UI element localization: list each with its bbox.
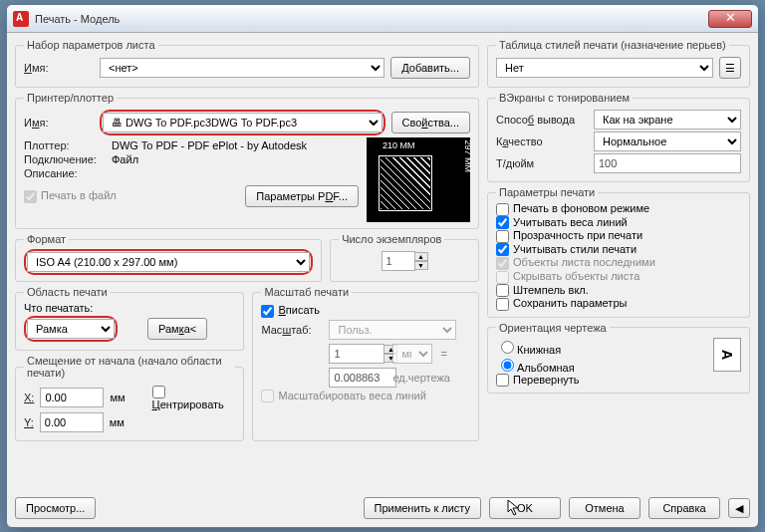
paper-format-group: Формат ISO A4 (210.00 x 297.00 мм) xyxy=(15,233,322,282)
scale-den-input xyxy=(329,368,396,388)
expand-options-button[interactable]: ◀ xyxy=(728,498,750,518)
plotter-value: DWG To PDF - PDF ePlot - by Autodesk xyxy=(112,139,307,151)
printer-name-label: Имя: xyxy=(24,117,94,129)
plotter-label: Плоттер: xyxy=(24,139,106,151)
dpi-label: Т/дюйм xyxy=(496,157,588,169)
opt-hideobjects-checkbox: Скрывать объекты листа xyxy=(496,270,639,282)
apply-to-layout-button[interactable]: Применить к листу xyxy=(364,497,482,519)
orientation-legend: Ориентация чертежа xyxy=(496,322,610,334)
orient-landscape-radio[interactable]: Альбомная xyxy=(496,362,575,374)
opt-paperlast-checkbox: Объекты листа последними xyxy=(496,256,655,268)
plot-styles-legend: Таблица стилей печати (назначение перьев… xyxy=(496,39,729,51)
frame-pick-button[interactable]: Рамка< xyxy=(147,318,207,340)
plot-area-group: Область печати Что печатать: Рамка Рамка… xyxy=(15,286,244,351)
connection-label: Подключение: xyxy=(24,153,106,165)
viewports-group: ВЭкраны с тонированием Способ выводаКак … xyxy=(487,92,750,182)
page-setup-name-label: ИИмя:мя: xyxy=(24,62,94,74)
plot-styles-group: Таблица стилей печати (назначение перьев… xyxy=(487,39,750,88)
paper-format-select[interactable]: ISO A4 (210.00 x 297.00 мм) xyxy=(27,252,310,272)
plot-style-select[interactable]: Нет xyxy=(496,58,713,78)
printer-group: Принтер/плоттер Имя: 🖶 DWG To PDF.pc3DWG… xyxy=(15,92,479,229)
opt-transparency-checkbox[interactable]: Прозрачность при печати xyxy=(496,229,642,241)
app-icon xyxy=(13,11,29,27)
description-label: Описание: xyxy=(24,167,106,179)
center-checkbox[interactable]: Центрировать xyxy=(152,385,236,410)
plot-options-group: Параметры печати Печать в фоновом режиме… xyxy=(487,186,750,318)
viewports-legend: ВЭкраны с тонированием xyxy=(496,92,633,104)
page-setup-legend: Набор параметров листа xyxy=(24,39,158,51)
help-button[interactable]: Справка xyxy=(648,497,720,519)
scale-group: Масштаб печати Вписать Масштаб: Польз. ▲… xyxy=(252,286,479,441)
pdf-params-button[interactable]: Параметры PDF... xyxy=(245,185,359,207)
cancel-button[interactable]: Отмена xyxy=(569,497,640,519)
quality-select[interactable]: Нормальное xyxy=(594,132,741,151)
shade-output-select[interactable]: Как на экране xyxy=(594,110,741,130)
copies-group: Число экземпляров ▲▼ xyxy=(330,233,479,282)
offset-y-input[interactable] xyxy=(40,412,104,432)
window-title: Печать - Модель xyxy=(35,13,120,25)
shade-output-label: Способ вывода xyxy=(496,114,588,126)
offset-legend: Смещение от начала (начало области печат… xyxy=(24,355,235,379)
opt-lineweights-checkbox[interactable]: Учитывать веса линий xyxy=(496,216,628,228)
orient-upside-checkbox[interactable]: Перевернуть xyxy=(496,374,580,386)
plot-area-legend: Область печати xyxy=(24,286,111,298)
scale-legend: Масштаб печати xyxy=(261,286,352,298)
ok-button[interactable]: OK xyxy=(489,497,561,519)
orientation-group: Ориентация чертежа Книжная Альбомная Пер… xyxy=(487,322,750,395)
scale-unit-select: мм xyxy=(392,344,432,364)
opt-background-checkbox[interactable]: Печать в фоновом режиме xyxy=(496,202,649,214)
preview-button[interactable]: Просмотр... xyxy=(15,497,96,519)
printer-properties-button[interactable]: Свойства... xyxy=(391,112,471,133)
offset-x-label: X: xyxy=(24,392,34,403)
page-setup-group: Набор параметров листа ИИмя:мя: <нет> До… xyxy=(15,39,479,88)
plot-options-legend: Параметры печати xyxy=(496,186,598,198)
scale-select: Польз. xyxy=(329,320,456,340)
close-button[interactable]: ✕ xyxy=(708,10,752,28)
opt-stamp-checkbox[interactable]: Штемпель вкл. xyxy=(496,284,589,296)
plot-style-edit-button[interactable]: ☰ xyxy=(719,57,741,79)
what-to-plot-select[interactable]: Рамка xyxy=(27,319,115,339)
opt-plotstyles-checkbox[interactable]: Учитывать стили печати xyxy=(496,243,637,255)
scale-weights-checkbox: Масштабировать веса линий xyxy=(261,390,425,403)
orientation-icon: A xyxy=(713,338,741,372)
quality-label: Качество xyxy=(496,135,588,147)
what-to-plot-label: Что печатать: xyxy=(24,302,235,314)
offset-group: Смещение от начала (начало области печат… xyxy=(15,355,244,441)
copies-spinner[interactable]: ▲▼ xyxy=(382,251,428,271)
scale-label: Масштаб: xyxy=(261,324,325,336)
offset-y-label: Y: xyxy=(24,416,34,428)
titlebar[interactable]: Печать - Модель ✕ xyxy=(7,5,758,33)
orient-portrait-radio[interactable]: Книжная xyxy=(496,344,561,356)
fit-checkbox[interactable]: Вписать xyxy=(261,304,320,318)
print-to-file-checkbox: Печать в файл xyxy=(24,189,117,203)
connection-value: Файл xyxy=(112,153,138,165)
copies-legend: Число экземпляров xyxy=(339,233,444,245)
page-setup-name-select[interactable]: <нет> xyxy=(100,58,384,78)
printer-legend: Принтер/плоттер xyxy=(24,92,117,104)
opt-savechanges-checkbox[interactable]: Сохранить параметры xyxy=(496,297,627,309)
print-dialog: Печать - Модель ✕ Набор параметров листа… xyxy=(6,4,759,528)
paper-preview: 210 MM 297 MM xyxy=(367,137,470,222)
offset-x-input[interactable] xyxy=(40,388,104,407)
scale-num-input xyxy=(329,344,384,364)
format-legend: Формат xyxy=(24,233,69,245)
printer-name-select[interactable]: 🖶 DWG To PDF.pc3DWG To PDF.pc3 xyxy=(103,113,382,133)
add-page-setup-button[interactable]: Добавить... xyxy=(390,57,470,79)
dpi-input xyxy=(594,153,741,173)
